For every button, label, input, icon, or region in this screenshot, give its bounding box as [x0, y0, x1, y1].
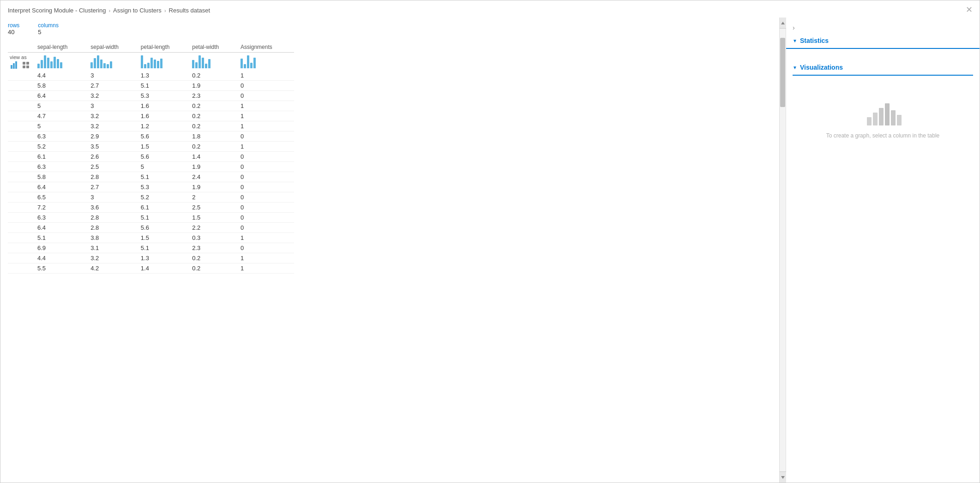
chart-cell-sepal-width[interactable] [89, 53, 139, 71]
table-area: sepal-length sepal-width petal-length pe… [8, 42, 779, 483]
statistics-content [786, 51, 980, 60]
view-as-col-header [8, 42, 36, 53]
statistics-label: Statistics [800, 37, 829, 44]
table-cell: 0 [239, 81, 294, 91]
visualizations-section-header[interactable]: ▼ Visualizations [793, 60, 973, 76]
row-index-cell [8, 213, 36, 223]
table-row[interactable]: 6.535.220 [8, 192, 294, 203]
table-row[interactable]: 5.23.51.50.21 [8, 142, 294, 152]
table-cell: 0.2 [190, 101, 239, 111]
visualizations-section: ▼ Visualizations To cre [786, 60, 980, 157]
table-cell: 0 [239, 152, 294, 162]
svg-rect-12 [885, 103, 890, 125]
breadcrumb: Interpret Scoring Module - Clustering › … [0, 0, 980, 18]
col-header-assignments[interactable]: Assignments [239, 42, 294, 53]
svg-rect-1 [13, 63, 15, 69]
scroll-thumb[interactable] [780, 38, 785, 107]
table-cell: 5.3 [139, 182, 190, 192]
table-row[interactable]: 6.42.85.62.20 [8, 223, 294, 233]
table-cell: 1 [239, 111, 294, 121]
table-row[interactable]: 6.32.551.90 [8, 162, 294, 172]
col-header-petal-length[interactable]: petal-length [139, 42, 190, 53]
table-cell: 0.2 [190, 263, 239, 274]
table-cell: 4.7 [36, 111, 89, 121]
table-view-icon[interactable] [22, 61, 30, 69]
table-cell: 6.3 [36, 131, 89, 142]
col-header-petal-width[interactable]: petal-width [190, 42, 239, 53]
table-cell: 2.8 [89, 213, 139, 223]
viz-placeholder-text: To create a graph, select a column in th… [826, 132, 939, 139]
table-cell: 0.2 [190, 111, 239, 121]
row-index-cell [8, 263, 36, 274]
statistics-section-header[interactable]: ▼ Statistics [786, 33, 980, 49]
table-cell: 1.4 [139, 263, 190, 274]
table-cell: 2.5 [190, 203, 239, 213]
table-row[interactable]: 6.32.95.61.80 [8, 131, 294, 142]
chevron-right-icon: › [793, 24, 795, 31]
table-cell: 0 [239, 182, 294, 192]
table-row[interactable]: 5.54.21.40.21 [8, 263, 294, 274]
table-cell: 3.6 [89, 203, 139, 213]
row-index-cell [8, 192, 36, 203]
table-row[interactable]: 6.12.65.61.40 [8, 152, 294, 162]
table-row[interactable]: 6.43.25.32.30 [8, 91, 294, 101]
table-cell: 5.8 [36, 81, 89, 91]
scrollbar[interactable] [779, 18, 786, 483]
row-index-cell [8, 182, 36, 192]
svg-rect-4 [26, 62, 29, 65]
row-index-cell [8, 162, 36, 172]
col-header-sepal-length[interactable]: sepal-length [36, 42, 89, 53]
table-cell: 6.4 [36, 182, 89, 192]
table-row[interactable]: 4.43.21.30.21 [8, 253, 294, 263]
svg-rect-3 [23, 62, 25, 65]
table-cell: 1 [239, 121, 294, 131]
table-row[interactable]: 4.431.30.21 [8, 71, 294, 81]
table-cell: 2.8 [89, 223, 139, 233]
table-cell: 3.8 [89, 233, 139, 243]
table-cell: 1 [239, 101, 294, 111]
svg-marker-8 [781, 476, 785, 479]
table-row[interactable]: 6.32.85.11.50 [8, 213, 294, 223]
col-header-sepal-width[interactable]: sepal-width [89, 42, 139, 53]
bar-view-icon[interactable] [10, 60, 20, 70]
table-row[interactable]: 5.82.85.12.40 [8, 172, 294, 182]
scroll-up-button[interactable] [780, 18, 786, 29]
row-index-cell [8, 203, 36, 213]
table-cell: 2.7 [89, 81, 139, 91]
table-cell: 5 [139, 162, 190, 172]
table-row[interactable]: 531.60.21 [8, 101, 294, 111]
close-button[interactable]: ✕ [966, 5, 973, 15]
table-cell: 2.5 [89, 162, 139, 172]
table-cell: 7.2 [36, 203, 89, 213]
table-row[interactable]: 7.23.66.12.50 [8, 203, 294, 213]
viz-placeholder: To create a graph, select a column in th… [793, 80, 973, 157]
table-cell: 6.4 [36, 223, 89, 233]
svg-marker-7 [781, 22, 785, 24]
table-cell: 3 [89, 101, 139, 111]
table-cell: 6.1 [36, 152, 89, 162]
table-row[interactable]: 4.73.21.60.21 [8, 111, 294, 121]
scroll-down-button[interactable] [780, 471, 786, 483]
table-row[interactable]: 6.42.75.31.90 [8, 182, 294, 192]
table-row[interactable]: 5.13.81.50.31 [8, 233, 294, 243]
table-cell: 1.2 [139, 121, 190, 131]
chart-cell-sepal-length[interactable] [36, 53, 89, 71]
chart-cell-petal-width[interactable] [190, 53, 239, 71]
viz-placeholder-chart-icon [865, 99, 902, 128]
table-cell: 0 [239, 162, 294, 172]
table-cell: 5.2 [36, 142, 89, 152]
table-cell: 2.8 [89, 172, 139, 182]
row-index-cell [8, 223, 36, 233]
table-row[interactable]: 5.82.75.11.90 [8, 81, 294, 91]
chart-cell-assignments[interactable] [239, 53, 294, 71]
row-index-cell [8, 152, 36, 162]
table-cell: 1 [239, 253, 294, 263]
table-row[interactable]: 53.21.20.21 [8, 121, 294, 131]
columns-meta: columns 5 [38, 22, 59, 36]
rows-value: 40 [8, 29, 19, 36]
svg-rect-11 [879, 108, 884, 125]
table-cell: 5.1 [139, 243, 190, 253]
chart-cell-petal-length[interactable] [139, 53, 190, 71]
panel-toggle[interactable]: › [786, 22, 980, 33]
table-row[interactable]: 6.93.15.12.30 [8, 243, 294, 253]
